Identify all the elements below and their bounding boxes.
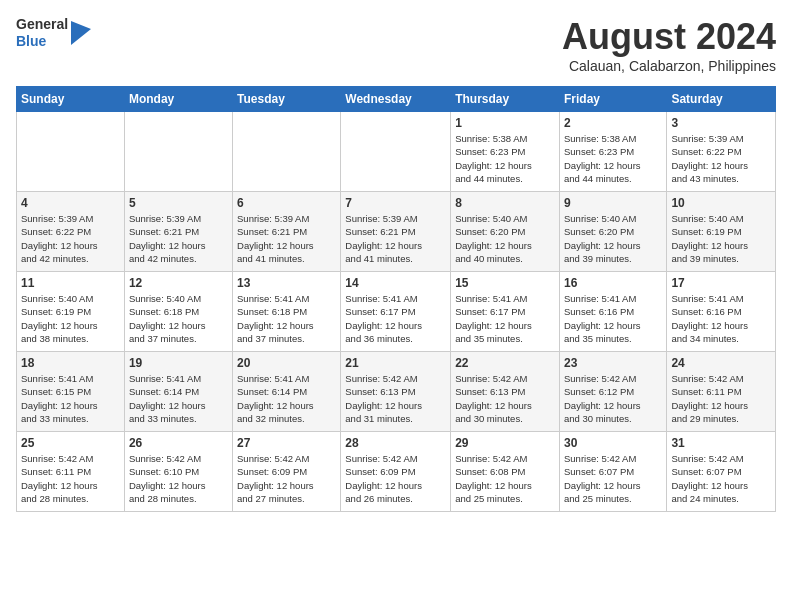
day-info: Sunrise: 5:39 AM Sunset: 6:21 PM Dayligh… xyxy=(237,212,336,265)
calendar-cell: 14Sunrise: 5:41 AM Sunset: 6:17 PM Dayli… xyxy=(341,272,451,352)
day-info: Sunrise: 5:41 AM Sunset: 6:16 PM Dayligh… xyxy=(671,292,771,345)
day-info: Sunrise: 5:39 AM Sunset: 6:22 PM Dayligh… xyxy=(21,212,120,265)
day-info: Sunrise: 5:41 AM Sunset: 6:16 PM Dayligh… xyxy=(564,292,662,345)
day-info: Sunrise: 5:42 AM Sunset: 6:07 PM Dayligh… xyxy=(671,452,771,505)
day-info: Sunrise: 5:41 AM Sunset: 6:17 PM Dayligh… xyxy=(455,292,555,345)
calendar-cell: 21Sunrise: 5:42 AM Sunset: 6:13 PM Dayli… xyxy=(341,352,451,432)
day-number: 17 xyxy=(671,276,771,290)
day-number: 23 xyxy=(564,356,662,370)
day-info: Sunrise: 5:40 AM Sunset: 6:20 PM Dayligh… xyxy=(564,212,662,265)
calendar-cell: 8Sunrise: 5:40 AM Sunset: 6:20 PM Daylig… xyxy=(451,192,560,272)
day-number: 28 xyxy=(345,436,446,450)
day-number: 16 xyxy=(564,276,662,290)
calendar-cell: 26Sunrise: 5:42 AM Sunset: 6:10 PM Dayli… xyxy=(124,432,232,512)
calendar-cell: 5Sunrise: 5:39 AM Sunset: 6:21 PM Daylig… xyxy=(124,192,232,272)
day-info: Sunrise: 5:41 AM Sunset: 6:14 PM Dayligh… xyxy=(237,372,336,425)
day-info: Sunrise: 5:42 AM Sunset: 6:11 PM Dayligh… xyxy=(671,372,771,425)
calendar-cell xyxy=(17,112,125,192)
weekday-header: Saturday xyxy=(667,87,776,112)
day-info: Sunrise: 5:40 AM Sunset: 6:18 PM Dayligh… xyxy=(129,292,228,345)
calendar-cell: 15Sunrise: 5:41 AM Sunset: 6:17 PM Dayli… xyxy=(451,272,560,352)
calendar-week-row: 25Sunrise: 5:42 AM Sunset: 6:11 PM Dayli… xyxy=(17,432,776,512)
day-info: Sunrise: 5:40 AM Sunset: 6:19 PM Dayligh… xyxy=(671,212,771,265)
day-info: Sunrise: 5:42 AM Sunset: 6:11 PM Dayligh… xyxy=(21,452,120,505)
weekday-header: Monday xyxy=(124,87,232,112)
day-number: 15 xyxy=(455,276,555,290)
calendar-week-row: 4Sunrise: 5:39 AM Sunset: 6:22 PM Daylig… xyxy=(17,192,776,272)
calendar-cell: 29Sunrise: 5:42 AM Sunset: 6:08 PM Dayli… xyxy=(451,432,560,512)
calendar-cell: 13Sunrise: 5:41 AM Sunset: 6:18 PM Dayli… xyxy=(233,272,341,352)
calendar-cell: 12Sunrise: 5:40 AM Sunset: 6:18 PM Dayli… xyxy=(124,272,232,352)
calendar-cell: 31Sunrise: 5:42 AM Sunset: 6:07 PM Dayli… xyxy=(667,432,776,512)
day-info: Sunrise: 5:41 AM Sunset: 6:14 PM Dayligh… xyxy=(129,372,228,425)
day-number: 18 xyxy=(21,356,120,370)
calendar-cell: 23Sunrise: 5:42 AM Sunset: 6:12 PM Dayli… xyxy=(559,352,666,432)
calendar-cell: 4Sunrise: 5:39 AM Sunset: 6:22 PM Daylig… xyxy=(17,192,125,272)
day-number: 8 xyxy=(455,196,555,210)
day-info: Sunrise: 5:39 AM Sunset: 6:21 PM Dayligh… xyxy=(345,212,446,265)
day-info: Sunrise: 5:42 AM Sunset: 6:13 PM Dayligh… xyxy=(455,372,555,425)
calendar-cell: 3Sunrise: 5:39 AM Sunset: 6:22 PM Daylig… xyxy=(667,112,776,192)
day-number: 3 xyxy=(671,116,771,130)
logo-text: General Blue xyxy=(16,16,68,50)
weekday-header: Friday xyxy=(559,87,666,112)
calendar-table: SundayMondayTuesdayWednesdayThursdayFrid… xyxy=(16,86,776,512)
calendar-week-row: 1Sunrise: 5:38 AM Sunset: 6:23 PM Daylig… xyxy=(17,112,776,192)
weekday-header: Wednesday xyxy=(341,87,451,112)
title-block: August 2024 Calauan, Calabarzon, Philipp… xyxy=(562,16,776,74)
calendar-cell xyxy=(233,112,341,192)
day-number: 5 xyxy=(129,196,228,210)
calendar-cell: 17Sunrise: 5:41 AM Sunset: 6:16 PM Dayli… xyxy=(667,272,776,352)
day-info: Sunrise: 5:39 AM Sunset: 6:22 PM Dayligh… xyxy=(671,132,771,185)
calendar-header-row: SundayMondayTuesdayWednesdayThursdayFrid… xyxy=(17,87,776,112)
calendar-cell: 7Sunrise: 5:39 AM Sunset: 6:21 PM Daylig… xyxy=(341,192,451,272)
day-number: 12 xyxy=(129,276,228,290)
day-number: 25 xyxy=(21,436,120,450)
day-info: Sunrise: 5:38 AM Sunset: 6:23 PM Dayligh… xyxy=(564,132,662,185)
day-number: 13 xyxy=(237,276,336,290)
calendar-week-row: 18Sunrise: 5:41 AM Sunset: 6:15 PM Dayli… xyxy=(17,352,776,432)
day-info: Sunrise: 5:42 AM Sunset: 6:12 PM Dayligh… xyxy=(564,372,662,425)
calendar-cell: 10Sunrise: 5:40 AM Sunset: 6:19 PM Dayli… xyxy=(667,192,776,272)
logo: General Blue xyxy=(16,16,91,50)
day-info: Sunrise: 5:42 AM Sunset: 6:08 PM Dayligh… xyxy=(455,452,555,505)
day-info: Sunrise: 5:41 AM Sunset: 6:17 PM Dayligh… xyxy=(345,292,446,345)
month-title: August 2024 xyxy=(562,16,776,58)
day-number: 2 xyxy=(564,116,662,130)
calendar-cell: 2Sunrise: 5:38 AM Sunset: 6:23 PM Daylig… xyxy=(559,112,666,192)
day-number: 14 xyxy=(345,276,446,290)
day-info: Sunrise: 5:39 AM Sunset: 6:21 PM Dayligh… xyxy=(129,212,228,265)
day-number: 24 xyxy=(671,356,771,370)
day-number: 20 xyxy=(237,356,336,370)
calendar-cell: 30Sunrise: 5:42 AM Sunset: 6:07 PM Dayli… xyxy=(559,432,666,512)
day-number: 1 xyxy=(455,116,555,130)
svg-marker-0 xyxy=(71,21,91,45)
page-header: General Blue August 2024 Calauan, Calaba… xyxy=(16,16,776,74)
day-info: Sunrise: 5:42 AM Sunset: 6:13 PM Dayligh… xyxy=(345,372,446,425)
location: Calauan, Calabarzon, Philippines xyxy=(562,58,776,74)
calendar-cell: 6Sunrise: 5:39 AM Sunset: 6:21 PM Daylig… xyxy=(233,192,341,272)
calendar-cell: 11Sunrise: 5:40 AM Sunset: 6:19 PM Dayli… xyxy=(17,272,125,352)
calendar-cell: 24Sunrise: 5:42 AM Sunset: 6:11 PM Dayli… xyxy=(667,352,776,432)
day-number: 9 xyxy=(564,196,662,210)
calendar-cell: 27Sunrise: 5:42 AM Sunset: 6:09 PM Dayli… xyxy=(233,432,341,512)
calendar-cell: 20Sunrise: 5:41 AM Sunset: 6:14 PM Dayli… xyxy=(233,352,341,432)
calendar-week-row: 11Sunrise: 5:40 AM Sunset: 6:19 PM Dayli… xyxy=(17,272,776,352)
day-number: 10 xyxy=(671,196,771,210)
day-number: 19 xyxy=(129,356,228,370)
calendar-cell: 1Sunrise: 5:38 AM Sunset: 6:23 PM Daylig… xyxy=(451,112,560,192)
calendar-cell: 22Sunrise: 5:42 AM Sunset: 6:13 PM Dayli… xyxy=(451,352,560,432)
weekday-header: Tuesday xyxy=(233,87,341,112)
weekday-header: Sunday xyxy=(17,87,125,112)
logo-blue: Blue xyxy=(16,33,68,50)
day-info: Sunrise: 5:42 AM Sunset: 6:10 PM Dayligh… xyxy=(129,452,228,505)
day-number: 26 xyxy=(129,436,228,450)
day-number: 4 xyxy=(21,196,120,210)
day-number: 30 xyxy=(564,436,662,450)
calendar-cell: 18Sunrise: 5:41 AM Sunset: 6:15 PM Dayli… xyxy=(17,352,125,432)
logo-icon xyxy=(71,21,91,45)
calendar-body: 1Sunrise: 5:38 AM Sunset: 6:23 PM Daylig… xyxy=(17,112,776,512)
day-info: Sunrise: 5:42 AM Sunset: 6:07 PM Dayligh… xyxy=(564,452,662,505)
calendar-cell: 9Sunrise: 5:40 AM Sunset: 6:20 PM Daylig… xyxy=(559,192,666,272)
day-info: Sunrise: 5:42 AM Sunset: 6:09 PM Dayligh… xyxy=(345,452,446,505)
